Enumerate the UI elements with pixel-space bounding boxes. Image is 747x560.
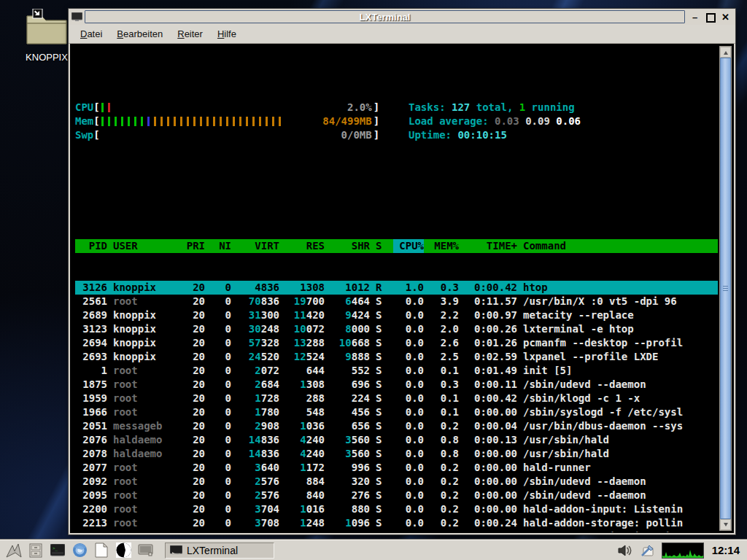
cpu-monitor-graph[interactable] xyxy=(662,542,704,559)
meter-mem: Mem[84/499MB] xyxy=(75,114,385,128)
column-header-ni[interactable]: NI xyxy=(211,239,231,253)
file-cabinet-icon xyxy=(28,543,43,558)
process-row[interactable]: 1root2002072644552S0.00.10:01.49init [5] xyxy=(75,364,718,378)
titlebar-stripes: LXTerminal xyxy=(85,10,685,23)
process-row[interactable]: 1875root20026841308696S0.00.30:00.11/sbi… xyxy=(75,378,718,392)
process-table: 3126knoppix200483613081012R1.00.30:00.42… xyxy=(75,281,718,533)
system-tray: 12:14 xyxy=(616,542,743,559)
htop-header: CPU[2.0%]Mem[84/499MB]Swp[0/0MB] Tasks: … xyxy=(75,101,718,142)
menu-item-bearbeiten[interactable]: Bearbeiten xyxy=(111,26,169,42)
terminal-launcher[interactable]: >_ xyxy=(48,542,67,559)
column-header-s[interactable]: S xyxy=(376,239,387,253)
process-table-header[interactable]: PIDUSERPRINIVIRTRESSHRSCPU%MEM%TIME+Comm… xyxy=(75,239,718,253)
process-row[interactable]: 2693knoppix20024520125249888S0.02.50:02.… xyxy=(75,350,718,364)
process-row[interactable]: 2077root20036401172996S0.00.20:00.00hald… xyxy=(75,461,718,475)
column-header-pri[interactable]: PRI xyxy=(182,239,205,253)
monitor-icon xyxy=(138,544,153,557)
htop-screen: CPU[2.0%]Mem[84/499MB]Swp[0/0MB] Tasks: … xyxy=(71,44,718,532)
column-header-timeplus[interactable]: TIME+ xyxy=(465,239,517,253)
taskbar-task-lxterminal[interactable]: LXTerminal xyxy=(165,542,274,559)
process-row[interactable]: 2092root2002576884320S0.00.20:00.00/sbin… xyxy=(75,475,718,489)
lxterminal-window: LXTerminal – ✕ DateiBearbeitenReiterHilf… xyxy=(68,8,736,535)
desktop-background: KNOPPIX LXTerminal – ✕ DateiBearbeitenRe… xyxy=(0,0,747,560)
maximize-button[interactable] xyxy=(705,12,716,23)
column-header-user[interactable]: USER xyxy=(113,239,176,253)
column-header-shr[interactable]: SHR xyxy=(330,239,370,253)
meter-swp: Swp[0/0MB] xyxy=(75,128,385,142)
column-header-command[interactable]: Command xyxy=(523,239,718,253)
scrollbar-thumb[interactable] xyxy=(720,58,731,519)
window-app-icon xyxy=(70,11,83,23)
taskbar-clock: 12:14 xyxy=(709,544,743,556)
stat-line: Load average: 0.03 0.09 0.06 xyxy=(409,114,581,128)
column-header-virt[interactable]: VIRT xyxy=(237,239,279,253)
process-row[interactable]: 3123knoppix20030248100728000S0.02.00:00.… xyxy=(75,322,718,336)
process-row[interactable]: 2694knoppix200573281328810668S0.02.60:01… xyxy=(75,336,718,350)
process-row[interactable]: 2095root2002576840276S0.00.20:00.00/sbin… xyxy=(75,489,718,502)
process-row[interactable]: 1966root2001780548456S0.00.10:00.00/sbin… xyxy=(75,405,718,419)
scroll-up-arrow-icon[interactable] xyxy=(720,47,731,58)
close-button[interactable]: ✕ xyxy=(720,12,731,23)
process-row[interactable]: 2200root20037041016880S0.00.20:00.00hald… xyxy=(75,502,718,516)
menu-item-reiter[interactable]: Reiter xyxy=(171,26,209,42)
process-row[interactable]: 2051messageb20029081036656S0.00.20:00.04… xyxy=(75,419,718,433)
network-tray-item[interactable] xyxy=(639,542,657,559)
folder-icon xyxy=(24,9,69,47)
terminal-content[interactable]: CPU[2.0%]Mem[84/499MB]Swp[0/0MB] Tasks: … xyxy=(70,44,734,533)
window-controls: – ✕ xyxy=(686,12,734,23)
office-launcher[interactable] xyxy=(92,542,111,559)
stat-line: Tasks: 127 total, 1 running xyxy=(409,101,581,114)
column-header-res[interactable]: RES xyxy=(285,239,325,253)
task-button-label: LXTerminal xyxy=(187,545,238,556)
process-row[interactable]: 1959root2001728288224S0.00.10:00.42/sbin… xyxy=(75,392,718,405)
terminal-scrollbar[interactable] xyxy=(719,46,732,531)
htop-stats: Tasks: 127 total, 1 runningLoad average:… xyxy=(385,101,581,142)
media-player-launcher[interactable] xyxy=(114,542,133,559)
menu-item-datei[interactable]: Datei xyxy=(74,26,108,42)
blank-line xyxy=(75,184,718,198)
process-row[interactable]: 2689knoppix20031300114209424S0.02.20:00.… xyxy=(75,308,718,322)
terminal-icon: >_ xyxy=(50,544,65,557)
taskbar: >_ xyxy=(0,540,747,560)
black-white-circle-icon xyxy=(116,542,131,558)
window-titlebar[interactable]: LXTerminal – ✕ xyxy=(69,9,735,25)
menu-item-hilfe[interactable]: Hilfe xyxy=(212,26,242,42)
svg-text:>_: >_ xyxy=(53,545,58,551)
scroll-down-arrow-icon[interactable] xyxy=(720,519,731,530)
column-header-mempct[interactable]: MEM% xyxy=(430,239,459,253)
minimize-button[interactable]: – xyxy=(689,12,700,23)
process-row[interactable]: 2216haldaemo20034801076920S0.00.20:00.00… xyxy=(75,530,718,533)
column-header-pid[interactable]: PID xyxy=(78,239,107,253)
browser-globe-icon xyxy=(72,542,88,558)
process-row[interactable]: 2213root200370812481096S0.00.20:00.24hal… xyxy=(75,516,718,530)
meter-cpu: CPU[2.0%] xyxy=(75,101,385,114)
volume-tray-item[interactable] xyxy=(616,542,634,559)
htop-meters: CPU[2.0%]Mem[84/499MB]Swp[0/0MB] xyxy=(75,101,385,142)
display-settings-launcher[interactable] xyxy=(136,542,155,559)
process-row[interactable]: 2076haldaemo2001483642403560S0.00.80:00.… xyxy=(75,433,718,447)
process-row[interactable]: 3126knoppix200483613081012R1.00.30:00.42… xyxy=(75,281,718,295)
start-menu-button[interactable] xyxy=(4,542,23,559)
process-row[interactable]: 2561root20070836197006464S0.03.90:11.57/… xyxy=(75,295,718,308)
network-icon xyxy=(640,544,655,557)
lxde-logo-icon xyxy=(5,542,23,559)
file-manager-launcher[interactable] xyxy=(26,542,45,559)
column-header-cpupct[interactable]: CPU% xyxy=(393,239,424,253)
stat-line: Uptime: 00:10:15 xyxy=(409,128,581,142)
menu-bar: DateiBearbeitenReiterHilfe xyxy=(69,25,735,44)
process-row[interactable]: 2078haldaemo2001483642403560S0.00.80:00.… xyxy=(75,447,718,461)
speaker-icon xyxy=(618,544,632,557)
browser-launcher[interactable] xyxy=(70,542,89,559)
document-icon xyxy=(95,542,108,558)
window-title: LXTerminal xyxy=(85,12,684,23)
terminal-window-icon xyxy=(170,545,182,556)
